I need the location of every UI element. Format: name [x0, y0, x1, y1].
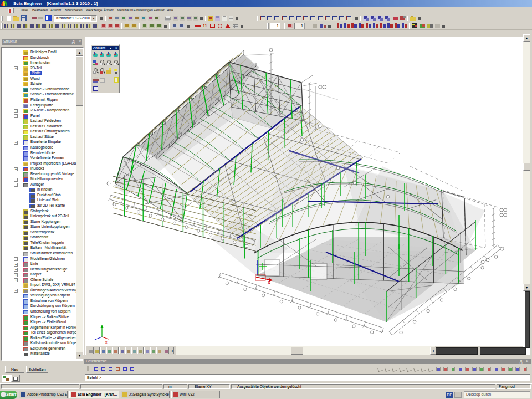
svg-text:x: x [105, 340, 108, 344]
svg-text:x: x [268, 279, 270, 285]
